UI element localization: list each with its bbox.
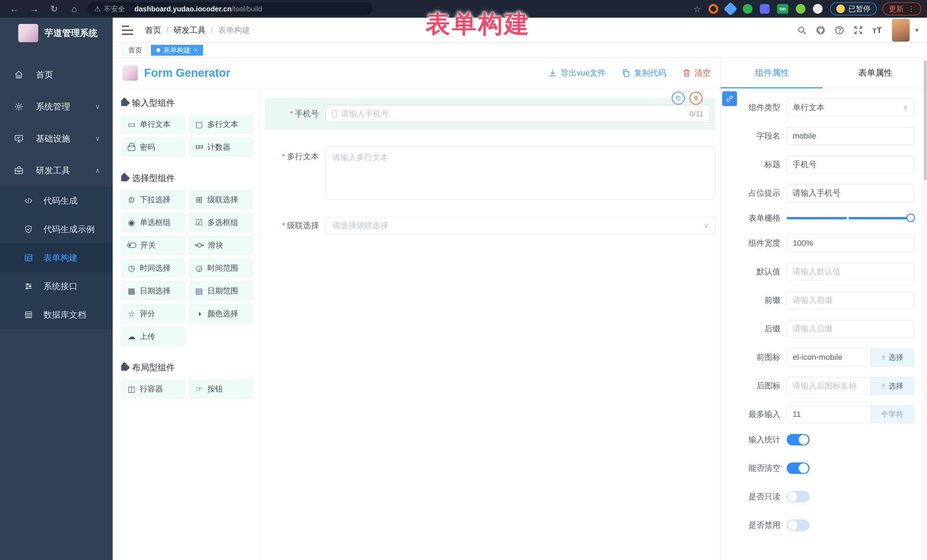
clearable-toggle[interactable]: [787, 463, 810, 474]
address-bar[interactable]: ⚠ 不安全 dashboard.yudao.iocoder.cn /tool/b…: [87, 2, 372, 15]
extension-icon[interactable]: [708, 4, 718, 14]
component-time-picker[interactable]: ◷时间选择: [121, 259, 185, 277]
placeholder-input[interactable]: [787, 184, 914, 202]
url-divider: [129, 5, 130, 12]
sidebar-item-system-api[interactable]: 系统接口: [0, 272, 112, 300]
help-icon[interactable]: [831, 22, 848, 39]
scrollbar-thumb[interactable]: [924, 61, 927, 180]
avatar[interactable]: [892, 19, 910, 42]
extension-icon[interactable]: on: [777, 4, 789, 14]
sidebar-item-form-builder[interactable]: 表单构建: [0, 243, 112, 272]
chrome-update-button[interactable]: 更新 ⋮: [883, 2, 921, 15]
component-date-picker[interactable]: ▦日期选择: [121, 282, 185, 300]
mobile-icon: [332, 110, 337, 117]
component-select[interactable]: ⊙下拉选择: [121, 190, 185, 209]
extension-icon[interactable]: [813, 4, 823, 14]
tag-form-builder[interactable]: 表单构建 ×: [151, 45, 203, 56]
tag-home[interactable]: 首页: [123, 45, 147, 56]
clear-button[interactable]: 清空: [682, 68, 711, 78]
fullscreen-icon[interactable]: [850, 22, 867, 39]
extension-icon[interactable]: [760, 4, 769, 14]
canvas-field-cascader[interactable]: *级联选择 请选择级联选择 ∨: [265, 217, 715, 234]
home-icon[interactable]: ⌂: [68, 4, 80, 14]
search-icon[interactable]: [793, 22, 810, 39]
component-type-select[interactable]: 单行文本 ∨: [787, 99, 914, 116]
delete-field-button[interactable]: [689, 91, 702, 105]
input-icon: ▭: [127, 120, 136, 129]
tab-form-props[interactable]: 表单属性: [824, 58, 927, 88]
generator-header: Form Generator 导出vue文件 复制代码 清空: [112, 58, 720, 88]
form-grid-slider[interactable]: [787, 217, 914, 219]
extension-icon[interactable]: [796, 4, 805, 14]
duplicate-field-button[interactable]: [672, 91, 685, 105]
textarea-input[interactable]: 请输入多行文本: [326, 147, 715, 200]
reload-icon[interactable]: ↻: [49, 3, 60, 14]
breadcrumb-home[interactable]: 首页: [145, 25, 161, 36]
canvas-field-textarea[interactable]: *多行文本 请输入多行文本: [265, 147, 715, 200]
prop-row-readonly: 是否只读: [720, 491, 914, 502]
sidebar-item-codegen[interactable]: 代码生成: [0, 187, 112, 215]
slider-handle[interactable]: [906, 214, 915, 222]
component-cascader[interactable]: ⊞级联选择: [189, 190, 253, 209]
prefix-icon-input[interactable]: [787, 348, 871, 366]
disabled-toggle[interactable]: [787, 519, 810, 531]
component-row-container[interactable]: ◫行容器: [121, 380, 185, 398]
field-name-input[interactable]: [787, 127, 914, 145]
sidebar-item-home[interactable]: 首页: [0, 59, 112, 91]
suffix-input[interactable]: [787, 320, 914, 338]
cascader-input[interactable]: 请选择级联选择 ∨: [326, 217, 715, 234]
sidebar-item-devtools[interactable]: 研发工具 ∧: [0, 155, 112, 187]
max-input-field[interactable]: [787, 405, 871, 423]
component-rate[interactable]: ☆评分: [121, 305, 185, 323]
profile-paused-pill[interactable]: 已暂停: [830, 2, 877, 15]
font-size-icon[interactable]: тT: [869, 22, 886, 39]
default-value-input[interactable]: [787, 263, 914, 281]
choose-prefix-icon-button[interactable]: ☝ 选择: [871, 348, 914, 366]
canvas-field-mobile[interactable]: *手机号 请输入手机号 0/11: [265, 98, 715, 129]
suffix-icon-input[interactable]: [787, 377, 871, 395]
sidebar-item-db-doc[interactable]: 数据库文档: [0, 300, 112, 329]
tab-component-props[interactable]: 组件属性: [720, 58, 824, 88]
breadcrumb-devtools[interactable]: 研发工具: [174, 25, 206, 36]
title-input[interactable]: [787, 156, 914, 173]
mobile-input[interactable]: 请输入手机号 0/11: [326, 105, 710, 123]
component-switch[interactable]: 开关: [121, 236, 185, 254]
component-button[interactable]: ☞按钮: [189, 380, 253, 398]
choose-suffix-icon-button[interactable]: ☝ 选择: [871, 377, 914, 395]
component-counter[interactable]: 123计数器: [189, 138, 253, 156]
component-checkbox-group[interactable]: ☑多选框组: [189, 213, 253, 232]
close-icon[interactable]: ×: [194, 47, 198, 54]
component-width-input[interactable]: [787, 234, 914, 252]
collapse-sidebar-icon[interactable]: [122, 26, 133, 35]
copy-code-button[interactable]: 复制代码: [622, 68, 666, 78]
sidebar-item-codegen-demo[interactable]: 代码生成示例: [0, 215, 112, 243]
component-slider[interactable]: 滑块: [189, 236, 253, 254]
brand[interactable]: 芋道管理系统: [0, 18, 112, 49]
component-date-range[interactable]: ▤日期范围: [189, 282, 253, 300]
page-scrollbar[interactable]: [923, 58, 927, 560]
bookmark-star-icon[interactable]: ☆: [693, 4, 701, 14]
time-icon: ◷: [127, 264, 136, 273]
section-input-components: 输入型组件: [121, 97, 252, 109]
component-password[interactable]: 密码: [121, 138, 185, 156]
component-time-range[interactable]: ◶时间范围: [189, 259, 253, 277]
prefix-input[interactable]: [787, 291, 914, 309]
extension-icon[interactable]: [723, 2, 737, 16]
input-stat-toggle[interactable]: [787, 434, 810, 445]
sidebar-item-system[interactable]: 系统管理 ∨: [0, 91, 112, 123]
component-color-picker[interactable]: ◑颜色选择: [189, 305, 253, 323]
chrome-menu-icon[interactable]: ⋮: [907, 5, 915, 14]
chevron-down-icon[interactable]: ▾: [915, 27, 918, 34]
component-single-text[interactable]: ▭单行文本: [121, 115, 185, 134]
component-textarea[interactable]: ▢多行文本: [189, 115, 253, 134]
readonly-toggle[interactable]: [787, 491, 810, 502]
sidebar-item-infra[interactable]: 基础设施 ∨: [0, 123, 112, 155]
component-radio-group[interactable]: ◉单选框组: [121, 213, 185, 232]
sidebar-item-label: 基础设施: [36, 133, 70, 144]
back-icon[interactable]: ←: [9, 4, 20, 14]
component-upload[interactable]: ☁上传: [121, 327, 185, 346]
extension-icon[interactable]: [743, 4, 752, 14]
forward-icon[interactable]: →: [29, 4, 40, 14]
export-vue-button[interactable]: 导出vue文件: [548, 68, 606, 78]
github-icon[interactable]: [812, 22, 829, 39]
